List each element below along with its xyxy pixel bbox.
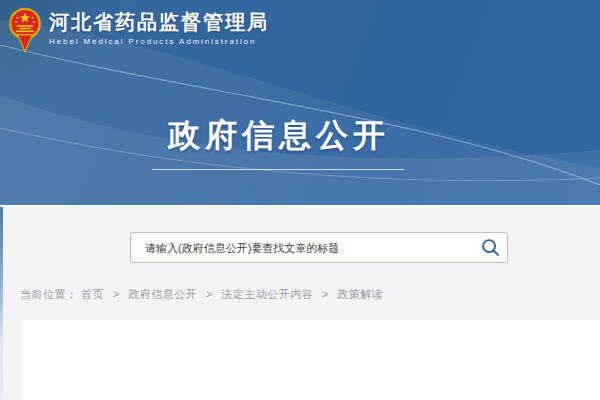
content-card: 索引号 FGWJ-2024-10009 主题分类 法规文件 / 政策解读 标题 … [22,320,600,400]
page: 河北省药品监督管理局 Hebei Medical Products Admini… [0,0,600,400]
search-input[interactable] [131,233,473,262]
breadcrumb-label: 当前位置： [20,288,78,300]
breadcrumb-item-home[interactable]: 首页 [81,288,104,300]
breadcrumb-item-policy-interpretation[interactable]: 政策解读 [337,288,383,300]
breadcrumb-item-statutory-disclosure[interactable]: 法定主动公开内容 [221,288,313,300]
breadcrumb-separator: > [206,288,213,300]
banner-title: 政府信息公开 [0,114,558,158]
breadcrumb-separator: > [113,288,120,300]
search-button[interactable] [473,233,507,262]
china-national-emblem-icon [8,6,42,54]
search-box [130,232,508,263]
search-icon [481,238,500,257]
left-edge-strip [0,207,3,400]
banner-underline [152,169,404,170]
breadcrumb-item-info-disclosure[interactable]: 政府信息公开 [128,288,197,300]
site-name-english: Hebei Medical Products Administration [49,37,269,46]
breadcrumb: 当前位置： 首页 > 政府信息公开 > 法定主动公开内容 > 政策解读 [20,287,383,302]
site-header: 河北省药品监督管理局 Hebei Medical Products Admini… [8,6,269,54]
breadcrumb-separator: > [322,288,329,300]
site-name: 河北省药品监督管理局 [49,10,269,34]
hero-banner: 河北省药品监督管理局 Hebei Medical Products Admini… [0,0,600,207]
site-titles: 河北省药品监督管理局 Hebei Medical Products Admini… [49,6,269,46]
